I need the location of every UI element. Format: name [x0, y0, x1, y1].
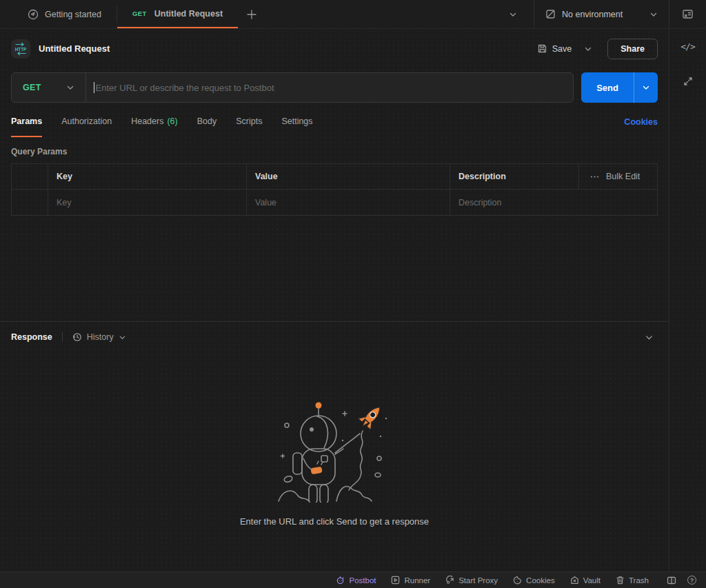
request-pane: HTTP Untitled Request Save Sha	[0, 29, 669, 321]
chevron-down-icon	[66, 83, 74, 92]
tab-body[interactable]: Body	[197, 107, 217, 137]
description-input[interactable]: Description	[450, 190, 657, 215]
footer-icons: ?	[667, 576, 696, 585]
request-actions: Save Share	[532, 39, 658, 59]
response-empty-state: Enter the URL and click Send to get a re…	[0, 352, 669, 571]
status-bar: Postbot Runner Start Proxy Cookies Vault…	[0, 571, 706, 588]
postbot-label: Postbot	[349, 576, 376, 585]
key-input[interactable]: Key	[48, 190, 246, 215]
chevron-down-icon	[509, 10, 517, 19]
environment-selector[interactable]: No environment	[534, 0, 669, 28]
panel-layout-icon[interactable]	[667, 576, 676, 585]
workspace-tab-bar: Getting started GET Untitled Request No …	[0, 0, 706, 29]
url-row: GET Send	[0, 68, 669, 107]
runner-label: Runner	[404, 576, 430, 585]
proxy-icon	[445, 576, 454, 585]
trash-label: Trash	[629, 576, 649, 585]
chevron-down-icon	[584, 45, 592, 53]
bulk-edit-label: Bulk Edit	[606, 172, 640, 181]
request-tabs: Params Authorization Headers (6) Body Sc…	[0, 107, 669, 137]
vault-icon	[570, 576, 579, 585]
send-label: Send	[596, 83, 618, 93]
cookies-label: Cookies	[624, 117, 658, 127]
environment-quick-look-button[interactable]	[669, 0, 706, 28]
response-history-dropdown[interactable]: History	[72, 332, 126, 342]
send-options-button[interactable]	[634, 72, 658, 103]
request-header: HTTP Untitled Request Save Sha	[0, 29, 669, 68]
tab-list-dropdown-button[interactable]	[492, 0, 534, 28]
tab-untitled-request[interactable]: GET Untitled Request	[117, 0, 238, 28]
help-icon[interactable]: ?	[687, 576, 696, 585]
postbot-button[interactable]: Postbot	[336, 576, 376, 585]
code-snippet-button[interactable]: </>	[680, 41, 694, 52]
right-sidebar: </>	[669, 29, 706, 571]
url-divider	[85, 73, 86, 102]
request-editor: HTTP Untitled Request Save Sha	[0, 29, 669, 571]
value-input[interactable]: Value	[246, 190, 450, 215]
save-options-button[interactable]	[577, 41, 599, 57]
trash-button[interactable]: Trash	[616, 576, 649, 585]
cookies-link[interactable]: Cookies	[624, 107, 658, 137]
tab-label: Scripts	[236, 116, 262, 126]
response-header: Response History	[0, 322, 669, 352]
description-column-header: Description	[450, 164, 578, 189]
launchpad-icon	[28, 9, 39, 20]
tab-authorization[interactable]: Authorization	[61, 107, 112, 137]
runner-icon	[391, 576, 400, 585]
query-params-title: Query Params	[0, 137, 669, 163]
tab-settings[interactable]: Settings	[281, 107, 312, 137]
select-column-header	[12, 164, 48, 189]
tab-scripts[interactable]: Scripts	[236, 107, 262, 137]
cookie-icon	[513, 576, 522, 585]
expand-panel-icon[interactable]	[683, 77, 693, 86]
save-icon	[537, 43, 547, 54]
chevron-down-icon	[642, 83, 650, 92]
url-input[interactable]	[94, 83, 574, 93]
plus-icon	[247, 10, 256, 19]
tab-params[interactable]: Params	[11, 107, 42, 137]
share-button[interactable]: Share	[607, 39, 658, 59]
response-title: Response	[11, 332, 52, 342]
collapse-response-button[interactable]	[641, 330, 658, 345]
trash-icon	[616, 576, 625, 585]
tab-label: Params	[11, 116, 42, 126]
http-request-icon: HTTP	[11, 39, 30, 59]
request-title: Untitled Request	[39, 43, 110, 54]
vault-button[interactable]: Vault	[570, 576, 601, 585]
send-button[interactable]: Send	[581, 72, 634, 103]
key-column-header: Key	[48, 164, 246, 189]
tab-getting-started[interactable]: Getting started	[12, 0, 117, 28]
value-column-header: Value	[246, 164, 450, 189]
postbot-icon	[336, 576, 345, 585]
chevron-down-icon	[645, 333, 654, 342]
environment-quick-look-icon	[682, 8, 694, 20]
chevron-down-icon	[119, 334, 126, 341]
tab-label: Untitled Request	[154, 9, 223, 19]
start-proxy-button[interactable]: Start Proxy	[445, 576, 498, 585]
tab-label: Getting started	[45, 10, 101, 19]
tab-label: Body	[197, 116, 217, 126]
query-params-table: Key Value Description Bulk Edit Key Valu…	[11, 163, 658, 216]
cookies-button[interactable]: Cookies	[513, 576, 555, 585]
divider	[62, 332, 63, 342]
more-dots-icon	[590, 175, 599, 179]
method-label: GET	[23, 83, 41, 92]
response-pane: Response History	[0, 321, 669, 571]
bulk-edit-button[interactable]: Bulk Edit	[578, 164, 657, 189]
svg-text:HTTP: HTTP	[15, 46, 27, 51]
environment-label: No environment	[562, 10, 623, 19]
topbar-right: No environment	[492, 0, 706, 28]
save-button[interactable]: Save	[532, 39, 578, 58]
tab-method-badge: GET	[132, 10, 147, 17]
save-label: Save	[552, 44, 572, 54]
start-proxy-label: Start Proxy	[458, 576, 498, 585]
chevron-down-icon	[649, 10, 658, 19]
tab-headers[interactable]: Headers (6)	[131, 107, 178, 137]
runner-button[interactable]: Runner	[391, 576, 430, 585]
send-split-button: Send	[581, 72, 658, 103]
method-dropdown[interactable]: GET	[12, 73, 85, 102]
table-row: Key Value Description	[12, 190, 657, 215]
tab-label: Authorization	[61, 116, 112, 126]
new-tab-button[interactable]	[238, 0, 265, 28]
row-select-cell[interactable]	[12, 190, 48, 215]
